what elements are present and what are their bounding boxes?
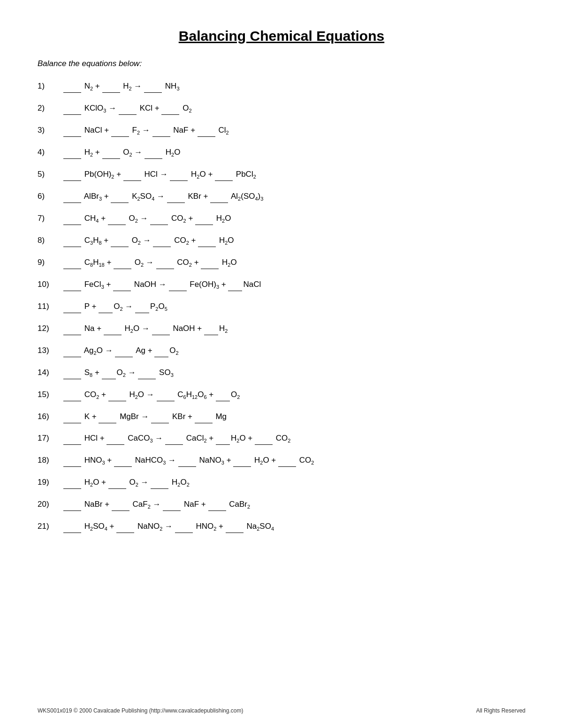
blank (210, 190, 228, 203)
blank (195, 212, 213, 225)
eq-content-13: Ag2O → Ag + O2 (63, 344, 525, 358)
eq-number-5: 5) (38, 168, 63, 180)
eq-content-9: C8H18 + O2 → CO2 + H2O (63, 256, 525, 270)
eq-content-15: CO2 + H2O → C6H12O6 + O2 (63, 388, 525, 402)
blank (63, 520, 81, 533)
blank (157, 388, 175, 401)
blank (165, 432, 183, 445)
eq-number-11: 11) (38, 300, 63, 313)
blank (156, 256, 174, 269)
blank (123, 168, 141, 181)
footer: WKS001x019 © 2000 Cavalcade Publishing (… (38, 707, 525, 714)
blank (99, 410, 116, 423)
eq-content-6: AlBr3 + K2SO4 → KBr + Al2(SO4)3 (63, 190, 525, 203)
blank (102, 366, 116, 379)
eq-content-3: NaCl + F2 → NaF + Cl2 (63, 124, 525, 137)
eq-content-8: C3H8 + O2 → CO2 + H2O (63, 234, 525, 248)
blank (161, 102, 179, 115)
eq-number-19: 19) (38, 476, 63, 488)
blank (233, 454, 251, 467)
eq-number-6: 6) (38, 190, 63, 203)
blank (63, 146, 81, 159)
blank (114, 256, 131, 269)
blank (108, 476, 126, 489)
blank (63, 498, 81, 511)
equation-10: 10) FeCl3 + NaOH → Fe(OH)3 + NaCl (38, 278, 525, 292)
blank (170, 168, 188, 181)
eq-content-5: Pb(OH)2 + HCl → H2O + PbCl2 (63, 168, 525, 181)
blank (255, 432, 273, 445)
blank (153, 234, 171, 247)
blank (63, 124, 81, 137)
blank (63, 388, 81, 401)
blank (151, 476, 168, 489)
blank (112, 498, 129, 511)
blank (151, 410, 169, 423)
subtitle: Balance the equations below: (38, 59, 525, 68)
blank (215, 168, 233, 181)
eq-content-11: P + O2 → P2O5 (63, 300, 525, 314)
eq-number-16: 16) (38, 410, 63, 423)
footer-right: All Rights Reserved (476, 707, 525, 714)
equation-3: 3) NaCl + F2 → NaF + Cl2 (38, 124, 525, 137)
eq-content-16: K + MgBr → KBr + Mg (63, 410, 525, 423)
eq-content-4: H2 + O2 → H2O (63, 146, 525, 159)
eq-content-10: FeCl3 + NaOH → Fe(OH)3 + NaCl (63, 278, 525, 292)
eq-number-7: 7) (38, 212, 63, 225)
equation-5: 5) Pb(OH)2 + HCl → H2O + PbCl2 (38, 168, 525, 181)
blank (63, 80, 81, 93)
equation-4: 4) H2 + O2 → H2O (38, 146, 525, 159)
eq-number-4: 4) (38, 146, 63, 158)
blank (152, 322, 170, 335)
equation-20: 20) NaBr + CaF2 → NaF + CaBr2 (38, 498, 525, 511)
equation-6: 6) AlBr3 + K2SO4 → KBr + Al2(SO4)3 (38, 190, 525, 203)
blank (63, 102, 81, 115)
footer-left: WKS001x019 © 2000 Cavalcade Publishing (… (38, 707, 243, 714)
equation-16: 16) K + MgBr → KBr + Mg (38, 410, 525, 423)
equation-11: 11) P + O2 → P2O5 (38, 300, 525, 314)
blank (63, 256, 81, 269)
eq-number-2: 2) (38, 102, 63, 114)
blank (111, 124, 129, 137)
page-title: Balancing Chemical Equations (38, 28, 525, 44)
eq-number-17: 17) (38, 432, 63, 444)
eq-content-21: H2SO4 + NaNO2 → HNO2 + Na2SO4 (63, 520, 525, 533)
eq-content-12: Na + H2O → NaOH + H2 (63, 322, 525, 336)
blank (116, 520, 134, 533)
equation-1: 1) N2 + H2 → NH3 (38, 80, 525, 93)
blank (152, 124, 170, 137)
blank (169, 278, 187, 291)
eq-content-1: N2 + H2 → NH3 (63, 80, 525, 93)
equation-7: 7) CH4 + O2 → CO2 + H2O (38, 212, 525, 225)
equation-9: 9) C8H18 + O2 → CO2 + H2O (38, 256, 525, 270)
blank (63, 234, 81, 247)
blank (102, 146, 120, 159)
blank (163, 498, 181, 511)
blank (204, 322, 218, 335)
equation-17: 17) HCl + CaCO3 → CaCl2 + H2O + CO2 (38, 432, 525, 445)
eq-content-14: S8 + O2 → SO3 (63, 366, 525, 380)
equation-2: 2) KClO3 → KCl + O2 (38, 102, 525, 115)
eq-content-2: KClO3 → KCl + O2 (63, 102, 525, 115)
blank (63, 366, 81, 379)
eq-number-13: 13) (38, 344, 63, 357)
equation-15: 15) CO2 + H2O → C6H12O6 + O2 (38, 388, 525, 402)
eq-content-18: HNO3 + NaHCO3 → NaNO3 + H2O + CO2 (63, 454, 525, 467)
equation-12: 12) Na + H2O → NaOH + H2 (38, 322, 525, 336)
blank (178, 454, 196, 467)
blank (195, 410, 213, 423)
eq-number-9: 9) (38, 256, 63, 269)
blank (63, 300, 81, 313)
blank (216, 432, 230, 445)
eq-number-8: 8) (38, 234, 63, 247)
blank (63, 212, 81, 225)
blank (113, 278, 131, 291)
equation-19: 19) H2O + O2 → H2O2 (38, 476, 525, 489)
blank (144, 80, 162, 93)
blank (226, 520, 243, 533)
equation-13: 13) Ag2O → Ag + O2 (38, 344, 525, 358)
blank (154, 344, 168, 357)
blank (145, 146, 162, 159)
eq-number-3: 3) (38, 124, 63, 136)
blank (115, 344, 133, 357)
